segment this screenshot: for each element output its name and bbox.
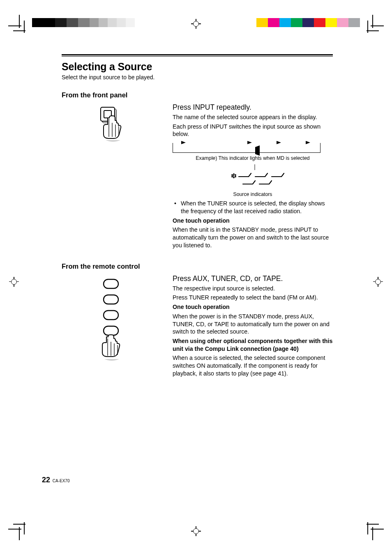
svg-point-9 [233, 177, 234, 178]
front-panel-bullet: When the TUNER source is selected, the d… [173, 200, 333, 215]
front-panel-desc1: The name of the selected source appears … [173, 113, 333, 121]
remote-desc2: Press TUNER repeatedly to select the ban… [173, 294, 333, 302]
front-panel-button-illustration [97, 106, 125, 251]
print-marks-top [0, 15, 392, 35]
front-panel-section: Press INPUT repeatedly. The name of the … [62, 103, 333, 251]
registration-target-right [373, 273, 383, 283]
crop-mark-top-right [366, 15, 384, 33]
one-touch-body-rc: When the power is in the STANDBY mode, p… [173, 313, 333, 336]
svg-rect-11 [104, 295, 118, 304]
color-swatches [256, 18, 360, 27]
model-code: CA-EX70 [53, 479, 70, 483]
source-indicators-diagram [224, 164, 281, 189]
registration-target-bottom [191, 526, 201, 536]
svg-point-7 [232, 176, 233, 177]
example-caption: Example) This indicator lights when MD i… [173, 155, 333, 161]
indicators-caption: Source indicators [173, 191, 333, 197]
svg-rect-10 [104, 279, 118, 288]
print-marks-bottom [0, 520, 392, 540]
front-panel-instruction: Press INPUT repeatedly. [173, 103, 333, 112]
page-title: Selecting a Source [62, 61, 333, 73]
one-touch-body-fp: When the unit is in the STANDBY mode, pr… [173, 226, 333, 249]
svg-point-8 [235, 176, 236, 177]
grayscale-swatches [32, 18, 135, 27]
svg-point-5 [233, 174, 234, 175]
front-panel-heading: From the front panel [62, 91, 333, 99]
remote-desc1: The respective input source is selected. [173, 285, 333, 292]
crop-mark-top-left [8, 15, 26, 33]
svg-point-6 [235, 175, 236, 175]
compu-link-body: When a source is selected, the selected … [173, 354, 333, 377]
page-number: 22 CA-EX70 [42, 476, 70, 484]
front-panel-desc2: Each press of INPUT switches the input s… [173, 123, 333, 138]
compu-link-heading: When using other optional components tog… [173, 337, 333, 352]
crop-mark-bottom-left [8, 522, 26, 540]
page-content: Selecting a Source Select the input sour… [62, 54, 333, 391]
registration-target-left [9, 273, 19, 283]
lead-text: Select the input source to be played. [62, 74, 333, 81]
svg-rect-12 [104, 311, 118, 320]
remote-instruction: Press AUX, TUNER, CD, or TAPE. [173, 274, 333, 283]
one-touch-heading-fp: One touch operation [173, 217, 333, 225]
remote-section: Press AUX, TUNER, CD, or TAPE. The respe… [62, 274, 333, 379]
svg-rect-13 [104, 326, 118, 335]
remote-buttons-illustration [95, 278, 127, 379]
crop-mark-bottom-right [366, 522, 384, 540]
source-cycle-diagram [173, 143, 321, 153]
remote-heading: From the remote control [62, 263, 333, 270]
one-touch-heading-rc: One touch operation [173, 303, 333, 311]
page-number-value: 22 [42, 476, 50, 484]
svg-point-4 [232, 175, 233, 175]
registration-target-top [191, 19, 201, 29]
